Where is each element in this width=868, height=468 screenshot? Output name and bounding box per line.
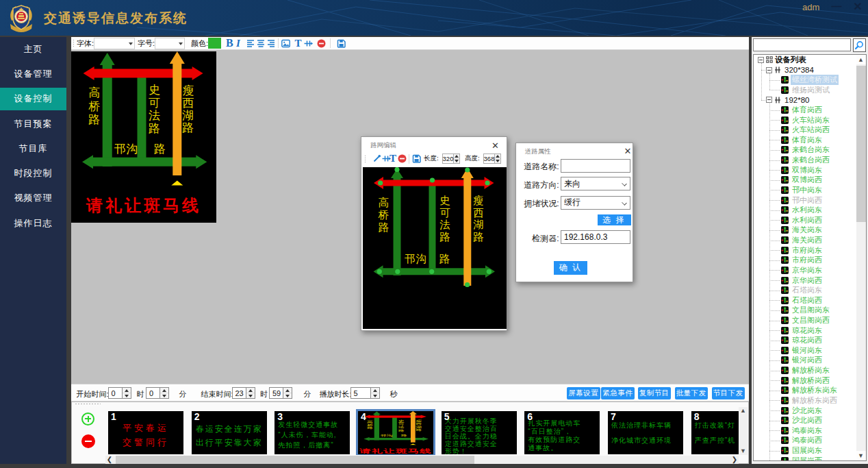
sidebar-item-7[interactable]: 视频管理 <box>0 187 66 210</box>
save-button[interactable] <box>337 37 346 50</box>
tree-device-item[interactable]: 石塔岗东 <box>781 285 824 295</box>
tree-device-item[interactable]: 鸿泰岗东 <box>781 426 824 436</box>
tree-device-item[interactable]: 螺丝湾桥测试 <box>781 75 839 85</box>
tree-device-item[interactable]: 体育岗东 <box>781 135 824 145</box>
insert-text-button[interactable]: T <box>295 37 302 50</box>
tree-device-item[interactable]: 水利岗西 <box>781 215 824 225</box>
tree-device-item[interactable]: 琼花岗东 <box>781 325 824 336</box>
insert-image-button[interactable] <box>281 37 290 50</box>
tree-device-item[interactable]: 体育岗西 <box>781 105 824 115</box>
sidebar-item-4[interactable]: 节目预案 <box>0 112 66 135</box>
italic-button[interactable]: I <box>236 37 240 50</box>
sidebar-item-2[interactable]: 设备管理 <box>0 62 66 85</box>
tree-device-item[interactable]: 邗中岗西 <box>781 195 824 206</box>
duration-spinner[interactable]: 5 <box>350 387 380 399</box>
collapse-icon[interactable] <box>766 97 772 103</box>
road-name-field[interactable] <box>561 159 630 173</box>
program-thumbnail-4[interactable]: 4高桥路史可法路瘦西湖路邗沟路请礼让斑马线 <box>358 411 433 454</box>
delete-element-button[interactable] <box>317 37 326 50</box>
tree-group-192*80[interactable]: 192*80 <box>766 95 809 106</box>
tree-device-item[interactable]: 沙北岗东 <box>781 406 824 416</box>
tree-scrollbar[interactable]: ▲ ▼ <box>856 55 866 460</box>
minimize-icon[interactable]: — <box>829 0 844 14</box>
close-icon[interactable]: ✕ <box>492 142 499 150</box>
tree-group-320*384[interactable]: 320*384 <box>766 65 814 75</box>
batch-send-button[interactable]: 批量下发 <box>675 387 709 399</box>
close-icon[interactable]: ✕ <box>624 147 632 156</box>
thumbnails-vscrollbar[interactable]: ▲ ▼ <box>739 407 748 455</box>
road-direction-select[interactable]: 来向 <box>561 177 630 190</box>
led-screen-preview[interactable]: 高桥路史可法路瘦西湖路邗沟路请礼让斑马线 <box>71 51 216 223</box>
congestion-select[interactable]: 缓行 <box>561 196 630 210</box>
save-button[interactable] <box>412 152 421 165</box>
program-thumbnail-5[interactable]: 5大力开展秋冬季交通安全整治百日会战。全力稳定道路交通安全形势！ <box>442 411 517 454</box>
tree-device-item[interactable]: 国展岗西 <box>781 456 824 461</box>
tree-device-item[interactable]: 水利岗东 <box>781 205 824 215</box>
search-button[interactable] <box>853 38 866 52</box>
tree-device-item[interactable]: 沙北岗西 <box>781 415 824 426</box>
scroll-up-icon[interactable]: ▲ <box>856 55 866 64</box>
tree-device-item[interactable]: 邗中岗东 <box>781 185 824 195</box>
collapse-icon[interactable] <box>758 57 764 63</box>
delete-element-button[interactable] <box>398 152 407 165</box>
sidebar-item-3[interactable]: 设备控制 <box>0 88 66 110</box>
tree-device-item[interactable]: 海关岗西 <box>781 235 824 245</box>
program-thumbnail-6[interactable]: 6扎实开展电动车“百日整治”，有效预防道路交通事故。 <box>524 411 600 454</box>
tree-device-item[interactable]: 银河岗西 <box>781 356 824 366</box>
tree-root[interactable]: 设备列表 <box>758 55 806 65</box>
delete-program-button[interactable] <box>81 434 95 448</box>
sidebar-item-5[interactable]: 节目库 <box>0 137 66 160</box>
tree-device-item[interactable]: 火车站岗西 <box>781 125 831 135</box>
sidebar-item-1[interactable]: 主页 <box>0 38 66 60</box>
bold-button[interactable]: B <box>226 37 233 50</box>
thumbnails-hscrollbar[interactable]: ❮ ❯ <box>105 456 739 464</box>
close-icon[interactable]: ✕ <box>850 0 865 15</box>
align-right-button[interactable] <box>267 37 276 50</box>
tree-device-item[interactable]: 双博岗西 <box>781 175 824 186</box>
add-program-button[interactable] <box>81 412 94 426</box>
sidebar-item-8[interactable]: 操作日志 <box>0 212 66 234</box>
tree-device-item[interactable]: 双博岗东 <box>781 165 824 175</box>
tree-device-item[interactable]: 国展岗东 <box>781 445 824 456</box>
font-family-select[interactable] <box>94 37 135 50</box>
detector-field[interactable] <box>561 230 630 244</box>
end-minute-spinner[interactable]: 59 <box>269 387 292 399</box>
tree-device-item[interactable]: 来鹤台岗西 <box>781 155 831 165</box>
hscroll-thumb[interactable] <box>116 456 474 464</box>
tree-device-item[interactable]: 海关岗东 <box>781 225 824 236</box>
tree-device-item[interactable]: 市府岗东 <box>781 245 824 256</box>
scroll-left-icon[interactable]: ❮ <box>105 456 114 464</box>
tree-device-item[interactable]: 市府岗西 <box>781 256 824 266</box>
tree-device-item[interactable]: 银河岗东 <box>781 345 824 356</box>
tree-device-item[interactable]: 鸿泰岗西 <box>781 436 824 446</box>
program-thumbnail-1[interactable]: 1平安春运交警同行 <box>108 411 183 454</box>
vscroll-thumb[interactable] <box>856 66 866 222</box>
end-hour-spinner[interactable]: 23 <box>232 387 255 399</box>
collapse-icon[interactable] <box>766 67 772 73</box>
font-size-select[interactable] <box>155 37 185 50</box>
tree-device-item[interactable]: 石塔岗西 <box>781 295 824 306</box>
program-thumbnail-7[interactable]: 7依法治理非标车辆净化城市交通环境 <box>608 411 683 454</box>
draw-road-button[interactable] <box>372 152 381 165</box>
tree-device-item[interactable]: 来鹤台岗东 <box>781 145 831 156</box>
program-thumbnail-2[interactable]: 2春运安全连万家出行平安靠大家 <box>192 411 267 454</box>
insert-text-button[interactable]: T <box>390 152 396 165</box>
scroll-down-icon[interactable]: ▼ <box>739 447 748 455</box>
screen-settings-button[interactable]: 屏幕设置 <box>567 387 600 399</box>
tree-device-item[interactable]: 京华岗西 <box>781 275 824 286</box>
height-spinner[interactable]: 368 <box>483 152 501 165</box>
emergency-event-button[interactable]: 紧急事件 <box>601 387 635 399</box>
start-hour-spinner[interactable]: 0 <box>108 387 131 399</box>
scroll-down-icon[interactable]: ▼ <box>856 451 866 460</box>
color-swatch[interactable] <box>208 37 221 50</box>
device-search-input[interactable] <box>753 38 851 51</box>
scroll-up-icon[interactable]: ▲ <box>739 407 748 415</box>
tree-device-item[interactable]: 解放桥东岗东 <box>781 386 839 396</box>
tree-device-item[interactable]: 解放桥岗西 <box>781 375 831 386</box>
select-button[interactable]: 选 择 <box>598 214 631 225</box>
tree-device-item[interactable]: 琼花岗西 <box>781 335 824 345</box>
start-minute-spinner[interactable]: 0 <box>146 387 169 399</box>
tree-device-item[interactable]: 维扬岗测试 <box>781 85 831 95</box>
send-program-button[interactable]: 节目下发 <box>712 387 745 399</box>
align-left-button[interactable] <box>246 37 255 50</box>
